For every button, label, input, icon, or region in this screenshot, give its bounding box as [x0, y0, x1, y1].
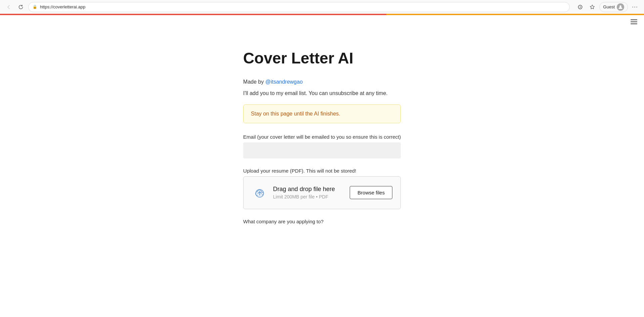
email-section: Email (your cover letter will be emailed… [243, 134, 401, 158]
main-content: Cover Letter AI Made by @itsandrewgao I'… [230, 30, 414, 254]
drag-drop-text: Drag and drop file here [273, 186, 335, 193]
hamburger-line-2 [631, 21, 637, 22]
company-section: What company are you applying to? [243, 219, 401, 225]
upload-cloud-icon [252, 185, 268, 201]
page-top-bar [0, 14, 644, 30]
page-wrapper: Cover Letter AI Made by @itsandrewgao I'… [0, 30, 644, 317]
url-text: https://coverletterai.app [40, 4, 565, 9]
refresh-button[interactable] [16, 2, 26, 12]
browser-actions: Guest ··· [575, 2, 640, 12]
made-by-text: Made by @itsandrewgao [243, 79, 401, 85]
email-label: Email (your cover letter will be emailed… [243, 134, 401, 140]
guest-label: Guest [603, 4, 615, 9]
read-aloud-button[interactable] [575, 2, 585, 12]
email-input[interactable] [243, 142, 401, 158]
lock-icon: 🔒 [33, 5, 37, 9]
browser-chrome: 🔒 https://coverletterai.app Guest ··· [0, 0, 644, 14]
author-link[interactable]: @itsandrewgao [265, 79, 303, 85]
upload-label: Upload your resume (PDF). This will not … [243, 168, 401, 174]
made-by-prefix: Made by [243, 79, 265, 85]
upload-text-block: Drag and drop file here Limit 200MB per … [273, 186, 335, 199]
upload-limit-text: Limit 200MB per file • PDF [273, 194, 335, 199]
upload-section: Upload your resume (PDF). This will not … [243, 168, 401, 209]
guest-avatar [617, 3, 624, 11]
page-title: Cover Letter AI [243, 50, 401, 67]
company-label: What company are you applying to? [243, 219, 324, 224]
warning-text: Stay on this page until the AI finishes. [251, 111, 340, 117]
upload-dropzone[interactable]: Drag and drop file here Limit 200MB per … [243, 176, 401, 209]
more-options-button[interactable]: ··· [630, 2, 640, 12]
hamburger-line-1 [631, 19, 637, 20]
guest-profile-button[interactable]: Guest [599, 2, 628, 12]
svg-point-0 [619, 5, 621, 7]
address-bar[interactable]: 🔒 https://coverletterai.app [28, 2, 570, 12]
favorites-button[interactable] [587, 2, 597, 12]
back-button[interactable] [4, 2, 13, 12]
upload-left: Drag and drop file here Limit 200MB per … [252, 185, 335, 201]
hamburger-menu-button[interactable] [629, 18, 639, 26]
email-note: I'll add you to my email list. You can u… [243, 90, 401, 96]
warning-box: Stay on this page until the AI finishes. [243, 104, 401, 123]
browse-files-button[interactable]: Browse files [350, 186, 392, 199]
hamburger-line-3 [631, 24, 637, 24]
